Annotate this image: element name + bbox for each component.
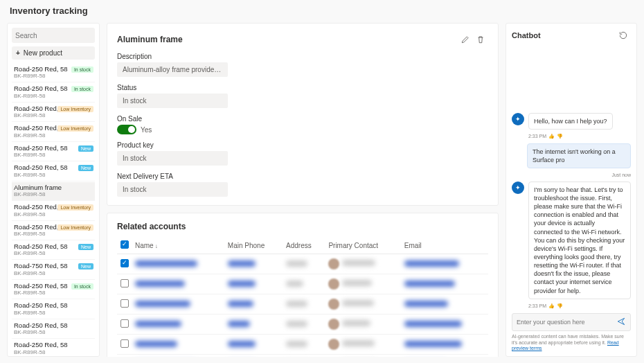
status-badge: New <box>78 145 93 152</box>
cell-phone <box>228 301 253 307</box>
table-row[interactable] <box>117 254 488 274</box>
avatar-icon <box>328 258 339 269</box>
col-address[interactable]: Address <box>283 237 325 254</box>
related-card: Related accounts Name↓ Main Phone Addres… <box>107 213 499 357</box>
avatar-icon <box>328 339 339 350</box>
col-contact[interactable]: Primary Contact <box>325 237 401 254</box>
status-badge: Low Inventory <box>57 204 93 211</box>
thumbs-up-icon[interactable]: 👍 <box>548 303 555 309</box>
detail-title: Aluminum frame <box>117 35 458 44</box>
cell-phone <box>228 260 256 267</box>
sidebar-item[interactable]: Road-250 Red, 58 BK-R89R-58 In stock <box>12 64 95 82</box>
row-checkbox[interactable] <box>120 299 129 308</box>
cell-address <box>286 321 307 327</box>
sidebar-item[interactable]: Road-250 Red, 58 BK-R89R-58 Low Inventor… <box>12 202 95 220</box>
page-title: Inventory tracking <box>0 0 644 23</box>
row-checkbox[interactable] <box>120 259 129 267</box>
chat-input[interactable] <box>517 319 616 326</box>
status-badge: In stock <box>71 86 93 92</box>
col-email[interactable]: Email <box>402 237 488 254</box>
row-checkbox[interactable] <box>120 319 129 328</box>
sidebar-item[interactable]: Road-750 Red, 58 BK-R89R-58 New <box>12 260 95 279</box>
product-sku: BK-R89R-58 <box>14 132 93 139</box>
sidebar-item[interactable]: Road-250 Red, 58 BK-R89R-58 <box>12 300 95 319</box>
sidebar-item[interactable]: Road-250 Red, 58 BK-R89R-58 In stock <box>12 83 95 102</box>
sidebar-item[interactable]: Road-250 Red, 58 BK-R89R-58 Low Inventor… <box>12 123 95 141</box>
product-sku: BK-R89R-58 <box>14 73 93 79</box>
thumbs-down-icon[interactable]: 👎 <box>557 134 563 139</box>
status-badge: New <box>78 244 93 250</box>
search-input-wrap[interactable] <box>12 28 95 43</box>
send-icon[interactable] <box>616 317 626 328</box>
product-sku: BK-R89R-58 <box>14 349 93 355</box>
table-row[interactable] <box>117 315 488 335</box>
sidebar-item[interactable]: Road-250 Red, 58 BK-R89R-58 New <box>12 143 95 161</box>
label-status: Status <box>117 84 488 91</box>
product-sku: BK-R89R-58 <box>14 93 93 99</box>
sidebar-item[interactable]: Road-250 Red, 58 BK-R89R-58 Low Inventor… <box>12 222 95 240</box>
cell-email <box>404 321 462 327</box>
cell-contact <box>342 300 373 306</box>
table-row[interactable] <box>117 274 488 294</box>
sidebar-item[interactable]: Road-250 Red, 58 BK-R89R-58 New <box>12 162 95 181</box>
sidebar-item[interactable]: Road-250 Red, 58 BK-R89R-58 <box>12 320 95 339</box>
cell-email <box>404 281 455 287</box>
label-productkey: Product key <box>117 141 488 149</box>
cell-email <box>404 260 459 267</box>
field-description[interactable]: Aluminum-alloy frame provides a light, s… <box>117 62 228 77</box>
related-title: Related accounts <box>117 222 488 231</box>
product-sku: BK-R89R-58 <box>14 231 93 237</box>
product-sku: BK-R89R-58 <box>14 211 93 218</box>
cell-name <box>135 281 185 287</box>
chat-input-wrap[interactable] <box>512 313 631 331</box>
cell-address <box>286 281 303 287</box>
edit-button[interactable] <box>458 32 473 47</box>
chat-title: Chatbot <box>512 31 616 39</box>
col-name[interactable]: Name↓ <box>132 237 225 254</box>
cell-contact <box>342 260 375 266</box>
sidebar-item[interactable]: Road-250 Red, 58 BK-R89R-58 New <box>12 241 95 260</box>
sidebar-item[interactable]: Road-250 Red, 58 BK-R89R-58 <box>12 339 95 357</box>
thumbs-down-icon[interactable]: 👎 <box>557 303 563 309</box>
product-sku: BK-R89R-58 <box>14 112 93 118</box>
product-name: Road-250 Red, 58 <box>14 342 93 348</box>
field-nexteta[interactable]: In stock <box>117 182 228 197</box>
product-sku: BK-R89R-58 <box>14 270 93 276</box>
field-status[interactable]: In stock <box>117 94 228 108</box>
table-row[interactable] <box>117 355 488 357</box>
avatar-icon <box>328 278 339 290</box>
row-checkbox[interactable] <box>120 279 129 287</box>
product-name: Aluminum frame <box>14 184 93 191</box>
sidebar-item[interactable]: Road-250 Red, 58 BK-R89R-58 Low Inventor… <box>12 103 95 122</box>
table-row[interactable] <box>117 335 488 355</box>
cell-address <box>286 301 307 307</box>
related-table: Name↓ Main Phone Address Primary Contact… <box>117 237 488 357</box>
chat-reset-button[interactable] <box>616 28 631 43</box>
new-product-label: New product <box>24 49 62 57</box>
select-all-checkbox[interactable] <box>120 240 129 249</box>
user-message: The internet isn't working on a Surface … <box>527 143 631 168</box>
row-checkbox[interactable] <box>120 339 129 348</box>
cell-address <box>286 260 307 267</box>
status-badge: In stock <box>71 67 93 73</box>
product-sku: BK-R89R-58 <box>14 250 93 256</box>
status-badge: New <box>78 263 93 269</box>
col-phone[interactable]: Main Phone <box>225 237 283 254</box>
product-name: Road-250 Red, 58 <box>14 322 93 329</box>
bot-avatar-icon: ✦ <box>512 182 524 194</box>
product-sku: BK-R89R-58 <box>14 152 93 158</box>
search-input[interactable] <box>15 32 100 39</box>
cell-phone <box>228 281 256 287</box>
sidebar-item[interactable]: Aluminum frame BK-R89R-58 <box>12 182 95 201</box>
onsale-toggle[interactable] <box>117 125 136 134</box>
sidebar-item[interactable]: Road-250 Red, 58 BK-R89R-58 In stock <box>12 281 95 299</box>
new-product-button[interactable]: + New product <box>12 46 95 60</box>
field-productkey[interactable]: In stock <box>117 151 228 166</box>
message-text: I'm sorry to hear that. Let's try to tro… <box>528 182 631 299</box>
delete-button[interactable] <box>473 32 488 47</box>
status-badge: Low Inventory <box>57 224 93 231</box>
table-row[interactable] <box>117 294 488 315</box>
thumbs-up-icon[interactable]: 👍 <box>548 134 555 139</box>
main-content: Aluminum frame Description Aluminum-allo… <box>107 23 499 357</box>
status-badge: Low Inventory <box>57 125 93 132</box>
